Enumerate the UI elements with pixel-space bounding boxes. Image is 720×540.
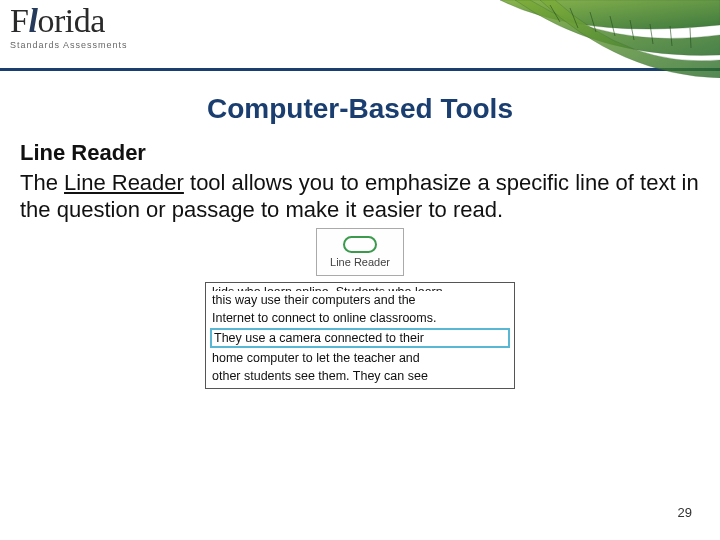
svg-line-2: [590, 12, 596, 32]
slide-header: Florida Standards Assessments: [0, 0, 720, 71]
body-text: Line Reader The Line Reader tool allows …: [0, 139, 720, 224]
section-subheading: Line Reader: [20, 139, 700, 167]
para-text-pre: The: [20, 170, 64, 195]
passage-line: this way use their computers and the: [212, 291, 508, 309]
passage-sample: kids who learn online. Students who lear…: [205, 282, 515, 390]
passage-line-cutoff: kids who learn online. Students who lear…: [212, 284, 508, 291]
page-number: 29: [678, 505, 692, 520]
tool-button-label: Line Reader: [330, 256, 390, 268]
line-reader-icon: [343, 236, 377, 253]
svg-line-7: [690, 28, 691, 48]
svg-line-5: [650, 24, 653, 44]
logo-wordmark: Florida: [10, 4, 128, 38]
slide-title: Computer-Based Tools: [0, 93, 720, 125]
svg-line-1: [570, 8, 578, 28]
line-reader-highlight: They use a camera connected to their: [210, 328, 510, 348]
line-reader-tool-button: Line Reader: [316, 228, 404, 276]
passage-line: other students see them. They can see: [212, 367, 508, 385]
logo-tagline: Standards Assessments: [10, 40, 128, 50]
passage-line: Internet to connect to online classrooms…: [212, 309, 508, 327]
svg-line-0: [550, 5, 560, 22]
brand-logo: Florida Standards Assessments: [10, 4, 128, 50]
palm-decorative-image: [460, 0, 720, 78]
svg-line-4: [630, 20, 634, 40]
section-paragraph: The Line Reader tool allows you to empha…: [20, 169, 700, 224]
svg-line-6: [670, 26, 672, 46]
passage-line: home computer to let the teacher and: [212, 349, 508, 367]
para-tool-name: Line Reader: [64, 170, 184, 195]
illustration-area: Line Reader kids who learn online. Stude…: [0, 228, 720, 390]
svg-line-3: [610, 16, 615, 36]
